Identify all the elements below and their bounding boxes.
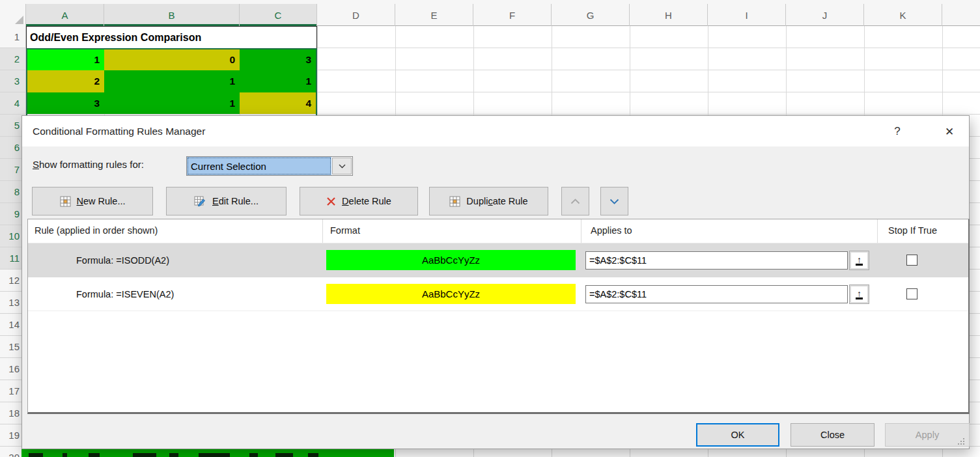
row-header-1[interactable]: 1 (0, 26, 26, 48)
chevron-down-icon[interactable] (332, 158, 352, 174)
text-fragment (89, 453, 100, 457)
chevron-down-icon (609, 199, 619, 204)
button-label: Edit Rule... (212, 196, 259, 206)
table-pencil-icon (194, 196, 206, 207)
dropdown-selected-value: Current Selection (187, 157, 331, 175)
cell-a1-title[interactable]: Odd/Even Expression Comparison (26, 26, 317, 49)
column-header-I[interactable]: I (708, 4, 786, 26)
column-header-E[interactable]: E (395, 4, 473, 26)
collapse-dialog-icon: ↑ (856, 290, 863, 299)
column-header-C[interactable]: C (240, 4, 317, 26)
stop-if-true-checkbox[interactable] (906, 288, 917, 299)
new-rule-button[interactable]: New Rule... (32, 187, 153, 215)
range-picker-button[interactable]: ↑ (849, 251, 869, 270)
text-fragment (308, 453, 318, 457)
column-header-K[interactable]: K (864, 4, 942, 26)
column-header-F[interactable]: F (473, 4, 552, 26)
column-divider (581, 219, 581, 243)
text-fragment (133, 453, 156, 457)
text-fragment (63, 453, 67, 457)
table-icon (60, 196, 71, 207)
text-fragment (249, 453, 258, 457)
stop-if-true-checkbox[interactable] (906, 255, 917, 266)
label-rest: how formatting rules for: (39, 159, 144, 170)
applies-to-input[interactable] (585, 285, 848, 303)
table-icon (449, 196, 460, 207)
text-fragment (199, 453, 230, 457)
close-icon[interactable]: ✕ (939, 121, 960, 142)
show-rules-label: Show formatting rules for: (33, 159, 144, 170)
format-preview: AaBbCcYyZz (326, 284, 576, 304)
header-stop-if-true: Stop If True (888, 225, 937, 236)
column-header-G[interactable]: G (552, 4, 630, 26)
column-header-D[interactable]: D (317, 4, 395, 26)
row-header-3[interactable]: 3 (0, 70, 26, 92)
rule-row-isodd[interactable]: Formula: =ISODD(A2) AaBbCcYyZz ↑ (28, 243, 968, 277)
show-rules-dropdown[interactable]: Current Selection (186, 156, 353, 176)
close-button[interactable]: Close (791, 423, 875, 447)
select-all-icon (15, 16, 23, 24)
header-format: Format (330, 225, 360, 236)
button-label: Duplicate Rule (466, 196, 527, 206)
collapse-dialog-icon: ↑ (856, 256, 863, 266)
rule-description: Formula: =ISEVEN(A2) (76, 277, 174, 311)
button-label: New Rule... (77, 196, 126, 206)
chevron-up-icon (570, 199, 580, 204)
text-fragment (275, 453, 293, 457)
rule-row-iseven[interactable]: Formula: =ISEVEN(A2) AaBbCcYyZz ↑ (28, 277, 968, 311)
range-picker-button[interactable]: ↑ (849, 284, 869, 304)
header-rule: Rule (applied in order shown) (35, 225, 158, 236)
row-header-2[interactable]: 2 (0, 48, 26, 70)
rules-list-header: Rule (applied in order shown) Format App… (28, 219, 968, 243)
applies-to-input[interactable] (585, 251, 848, 270)
text-fragment (29, 453, 43, 457)
rules-list: Rule (applied in order shown) Format App… (27, 219, 970, 414)
red-x-icon (326, 197, 336, 206)
column-header-J[interactable]: J (786, 4, 864, 26)
delete-rule-button[interactable]: Delete Rule (300, 187, 418, 215)
edit-rule-button[interactable]: Edit Rule... (166, 187, 287, 215)
selection-border (26, 48, 317, 118)
help-icon[interactable]: ? (887, 121, 908, 142)
row-header-4[interactable]: 4 (0, 92, 26, 115)
ok-button[interactable]: OK (696, 423, 779, 447)
format-preview: AaBbCcYyZz (326, 250, 576, 270)
dialog-titlebar[interactable]: Conditional Formatting Rules Manager ? ✕ (22, 116, 969, 146)
select-all-corner[interactable] (0, 4, 26, 26)
text-fragment (169, 453, 178, 457)
move-rule-up-button[interactable] (561, 187, 589, 215)
column-divider (877, 219, 878, 243)
column-header-A[interactable]: A (26, 4, 104, 26)
dialog-title: Conditional Formatting Rules Manager (33, 116, 205, 146)
resize-grip[interactable] (958, 438, 966, 446)
rule-description: Formula: =ISODD(A2) (76, 243, 169, 277)
row20-formatted-strip[interactable] (21, 449, 394, 457)
cf-rules-manager-dialog: Conditional Formatting Rules Manager ? ✕… (21, 115, 970, 449)
column-divider (322, 219, 323, 243)
column-header-H[interactable]: H (630, 4, 708, 26)
label-key: S (33, 159, 39, 170)
duplicate-rule-button[interactable]: Duplicate Rule (429, 187, 548, 215)
column-header-B[interactable]: B (104, 4, 240, 26)
header-applies-to: Applies to (591, 225, 632, 236)
apply-button[interactable]: Apply (885, 423, 970, 447)
move-rule-down-button[interactable] (600, 187, 628, 215)
button-label: Delete Rule (342, 196, 391, 206)
